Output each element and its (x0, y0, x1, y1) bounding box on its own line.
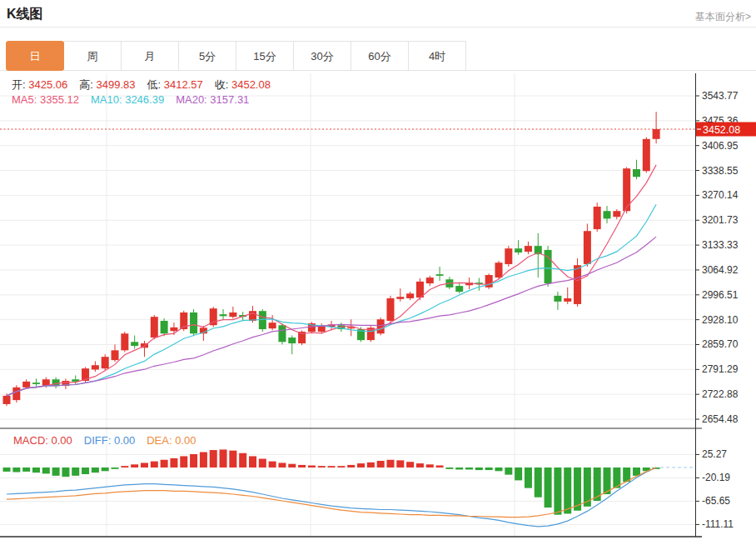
tab-5min[interactable]: 5分 (178, 41, 236, 71)
fundamental-analysis-link[interactable]: 基本面分析> (695, 10, 751, 24)
macd-hist-bar (308, 466, 316, 468)
candle-body (564, 298, 571, 302)
candle-body (102, 357, 109, 368)
macd-hist-bar (102, 468, 109, 471)
candle-body (495, 262, 503, 278)
candle-body (131, 342, 138, 346)
macd-hist-bar (396, 460, 404, 468)
macd-hist-bar (3, 468, 11, 472)
candle-body (554, 296, 561, 302)
macd-hist-bar (455, 468, 463, 469)
tab-day[interactable]: 日 (6, 41, 64, 71)
candle-body (112, 350, 119, 360)
price-axis-label: 2722.88 (702, 388, 739, 400)
macd-hist-bar (42, 468, 50, 473)
macd-hist-bar (141, 462, 148, 468)
macd-hist-bar (151, 462, 158, 468)
tab-week[interactable]: 周 (63, 41, 122, 71)
macd-hist-bar (386, 460, 394, 468)
candle-body (426, 278, 434, 283)
kline-page: K线图 基本面分析> 日周月5分15分30分60分4时 3543.773475.… (0, 0, 756, 540)
candle-body (278, 325, 286, 342)
candle-body (52, 379, 60, 386)
candle-body (3, 396, 11, 404)
macd-hist-bar (121, 466, 128, 468)
macd-hist-bar (112, 468, 119, 469)
macd-hist-bar (259, 459, 266, 468)
macd-hist-bar (426, 464, 434, 468)
price-axis-label: 2859.70 (702, 338, 739, 350)
price-axis-label: 3338.55 (702, 165, 739, 177)
tab-month[interactable]: 月 (121, 41, 179, 71)
macd-hist-bar (161, 460, 168, 468)
candle-body (170, 328, 177, 331)
macd-hist-bar (210, 450, 217, 468)
candle-body (574, 265, 581, 304)
macd-hist-bar (72, 468, 79, 476)
candle-body (288, 338, 296, 343)
candle-body (604, 211, 611, 218)
tab-30min[interactable]: 30分 (293, 41, 351, 71)
macd-hist-bar (337, 466, 345, 468)
macd-hist-bar (436, 466, 444, 468)
tab-4hour[interactable]: 4时 (408, 41, 466, 71)
macd-hist-bar (318, 466, 326, 468)
price-axis-label: 3543.77 (702, 90, 739, 102)
macd-hist-bar (475, 468, 483, 470)
candle-body (220, 314, 227, 316)
candle-body (406, 293, 414, 298)
candle-body (584, 231, 591, 264)
ma20-line (7, 237, 656, 396)
macd-hist-bar (525, 468, 532, 488)
tab-60min[interactable]: 60分 (351, 41, 409, 71)
price-axis-label: 2791.29 (702, 363, 739, 375)
macd-hist-bar (32, 468, 40, 472)
macd-hist-bar (367, 462, 375, 468)
macd-hist-bar (239, 453, 246, 468)
macd-axis-label: 25.27 (702, 448, 727, 460)
macd-hist-bar (131, 464, 138, 468)
candle-body (229, 312, 236, 317)
kline-chart[interactable]: 3543.773475.363406.953338.553270.143201.… (0, 73, 756, 540)
macd-hist-bar (92, 468, 99, 472)
macd-hist-bar (564, 468, 571, 513)
macd-hist-bar (180, 456, 187, 468)
candle-body (386, 298, 394, 321)
macd-hist-bar (535, 468, 542, 498)
macd-hist-bar (545, 468, 552, 508)
price-axis-label: 2996.51 (702, 289, 739, 301)
candle-body (121, 333, 128, 350)
candle-body (161, 321, 168, 333)
candle-body (633, 169, 640, 177)
price-axis-label: 3201.73 (702, 214, 739, 226)
macd-hist-bar (170, 458, 177, 468)
candle-body (396, 297, 404, 299)
tab-15min[interactable]: 15分 (236, 41, 294, 71)
candle-body (22, 382, 30, 388)
macd-axis-label: -65.65 (702, 495, 730, 507)
macd-axis-label: -20.19 (702, 472, 730, 483)
macd-hist-bar (288, 464, 296, 468)
candle-body (594, 207, 601, 229)
candle-body (515, 248, 522, 252)
candle-body (436, 274, 444, 276)
macd-hist-bar (554, 468, 561, 515)
candle-body (545, 250, 552, 283)
macd-hist-bar (515, 468, 522, 480)
price-axis-label: 3270.14 (702, 189, 739, 201)
macd-axis-label: -111.11 (702, 518, 734, 530)
candle-body (653, 129, 660, 139)
price-axis-label: 2928.10 (702, 314, 739, 326)
macd-hist-bar (52, 468, 60, 476)
macd-hist-bar (269, 462, 276, 468)
page-header: K线图 基本面分析> (0, 0, 756, 28)
macd-hist-bar (485, 468, 493, 470)
page-title: K线图 (7, 6, 43, 23)
price-axis-label: 3406.95 (702, 140, 739, 152)
macd-hist-bar (82, 468, 89, 474)
macd-hist-bar (465, 468, 473, 469)
candle-body (525, 246, 532, 252)
candle-body (12, 388, 20, 400)
macd-hist-bar (190, 454, 197, 468)
macd-hist-bar (278, 462, 286, 468)
